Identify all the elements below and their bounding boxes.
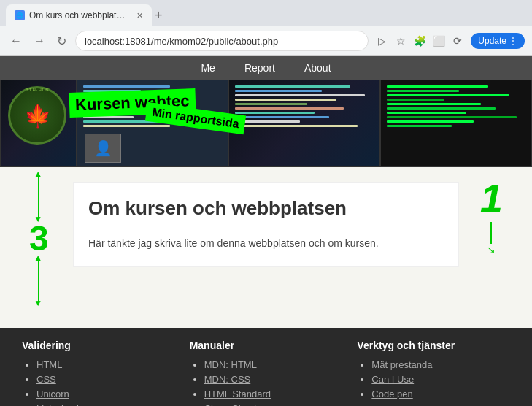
site-logo: 🍁 BTH·HLB [8, 86, 66, 145]
forward-button[interactable]: → [31, 33, 48, 49]
annotation-number-1: 1 [480, 175, 503, 222]
right-arrow-head: ↘ [487, 244, 496, 256]
sync-icon[interactable]: ⟳ [450, 35, 465, 47]
list-item: CSS [36, 373, 175, 385]
hero-panel-left: 🍁 BTH·HLB [0, 80, 77, 167]
footer-link-cheat-sheet[interactable]: Cheat Sheet [204, 403, 257, 406]
tab-title: Om kurs och webbplatsen [29, 10, 129, 20]
footer-link-can-i-use[interactable]: Can I Use [371, 374, 414, 385]
active-tab[interactable]: 🌐 Om kurs och webbplatsen ✕ [6, 4, 152, 26]
nav-report[interactable]: Report [244, 62, 275, 74]
footer-col-manualer: Manualer MDN: HTML MDN: CSS HTML Standar… [182, 340, 350, 406]
list-item: HTML Standard [204, 388, 343, 399]
list-item: MDN: HTML [204, 359, 343, 370]
cast-icon[interactable]: ▷ [374, 35, 389, 47]
footer-col2-list: MDN: HTML MDN: CSS HTML Standard Cheat S… [190, 359, 343, 406]
tab-close-button[interactable]: ✕ [136, 11, 143, 20]
back-button[interactable]: ← [7, 33, 25, 49]
right-annotation: 1 ↘ [480, 175, 503, 321]
tab-favicon: 🌐 [15, 10, 25, 20]
address-input[interactable] [75, 31, 369, 51]
person-thumbnail: 👤 [85, 134, 121, 163]
footer-col-verktyg: Verktyg och tjänster Mät prestanda Can I… [350, 340, 517, 406]
toolbar-icons: ▷ ☆ 🧩 ⬜ ⟳ [374, 35, 465, 47]
list-item: Mät prestanda [371, 359, 510, 370]
refresh-button[interactable]: ↻ [54, 33, 69, 50]
footer-col1-list: HTML CSS Unicorn Link checker [22, 359, 175, 406]
list-item: MDN: CSS [204, 373, 343, 385]
footer-link-html-standard[interactable]: HTML Standard [204, 388, 271, 399]
nav-me[interactable]: Me [201, 62, 215, 74]
footer-link-linkchecker[interactable]: Link checker [36, 403, 90, 406]
footer-col3-title: Verktyg och tjänster [357, 340, 510, 351]
hero-panel-right2 [380, 80, 532, 167]
nav-about[interactable]: About [304, 62, 331, 74]
address-bar: ← → ↻ ▷ ☆ 🧩 ⬜ ⟳ Update ⋮ [0, 26, 532, 55]
update-button[interactable]: Update ⋮ [471, 33, 525, 49]
footer-col1-title: Validering [22, 340, 175, 351]
logo-text: BTH·HLB [8, 86, 66, 145]
list-item: Cheat Sheet [204, 402, 343, 406]
footer-link-mat-prestanda[interactable]: Mät prestanda [371, 359, 432, 370]
content-wrapper: 3 1 ↘ Om kursen och webbplatsen Här tänk… [0, 167, 532, 328]
arrow-up-line [38, 175, 39, 218]
list-item: Can I Use [371, 373, 510, 385]
site-nav: Me Report About [0, 56, 532, 80]
footer-col-validering: Validering HTML CSS Unicorn Link checker [15, 340, 182, 406]
list-item: HTML [36, 359, 175, 370]
hero-banner: 🍁 BTH·HLB 👤 [0, 80, 532, 167]
browser-chrome: 🌐 Om kurs och webbplatsen ✕ + ← → ↻ ▷ ☆ … [0, 0, 532, 56]
footer-link-css[interactable]: CSS [36, 374, 56, 385]
footer-link-mdn-css[interactable]: MDN: CSS [204, 374, 251, 385]
page-intro: Här tänkte jag skriva lite om denna webb… [88, 235, 444, 251]
footer-col2-title: Manualer [190, 340, 343, 351]
footer-link-mdn-html[interactable]: MDN: HTML [204, 359, 257, 370]
list-item: Link checker [36, 402, 175, 406]
hero-panel-right1 [228, 80, 380, 167]
list-item: Unicorn [36, 388, 175, 399]
bookmark-icon[interactable]: ☆ [393, 35, 408, 47]
page-title: Om kursen och webbplatsen [88, 197, 444, 226]
extension-icon[interactable]: 🧩 [412, 35, 427, 47]
footer-link-code-pen[interactable]: Code pen [371, 388, 412, 399]
footer-link-unicorn[interactable]: Unicorn [36, 388, 69, 399]
arrow-down-line [38, 258, 39, 302]
footer-col3-list: Mät prestanda Can I Use Code pen [357, 359, 510, 399]
footer: Validering HTML CSS Unicorn Link checker… [0, 328, 532, 406]
main-content: Om kursen och webbplatsen Här tänkte jag… [73, 182, 459, 267]
right-arrow-line [490, 222, 492, 244]
new-tab-button[interactable]: + [155, 9, 163, 22]
tab-bar: 🌐 Om kurs och webbplatsen ✕ + [0, 0, 532, 26]
left-annotation: 3 [29, 175, 49, 321]
profile-icon[interactable]: ⬜ [431, 35, 446, 47]
footer-link-html[interactable]: HTML [36, 359, 62, 370]
list-item: Code pen [371, 388, 510, 399]
